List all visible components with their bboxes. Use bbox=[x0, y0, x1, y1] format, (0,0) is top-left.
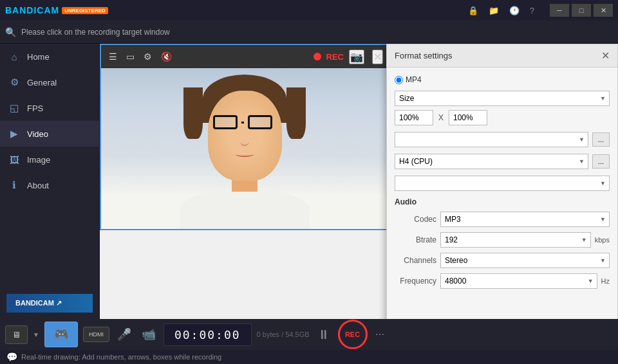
brand-logo: BANDICAM UNREGISTERED bbox=[5, 5, 108, 15]
bandicam-link-button[interactable]: BANDICAM ↗ bbox=[6, 294, 93, 313]
pause-button[interactable]: ⏸ bbox=[315, 325, 333, 345]
sidebar-label-home: Home bbox=[27, 52, 50, 62]
size-width-input[interactable] bbox=[395, 110, 433, 125]
video-toolbar: ☰ ▭ ⚙ 🔇 REC 📷 ✕ bbox=[101, 45, 388, 68]
gamepad-button[interactable]: 🎮 bbox=[44, 322, 78, 347]
glasses bbox=[213, 115, 272, 129]
codec2-ellipsis-button[interactable]: ... bbox=[592, 154, 610, 168]
glasses-bridge bbox=[241, 122, 244, 123]
close-button[interactable]: ✕ bbox=[594, 4, 613, 17]
audio-bitrate-row: Btrate 192 kbps bbox=[395, 232, 610, 248]
overlay-title: Format settings bbox=[395, 51, 453, 60]
sidebar-item-general[interactable]: ⚙ General bbox=[0, 69, 99, 95]
overlay-close-button[interactable]: ✕ bbox=[601, 50, 610, 62]
storage-info: 0 bytes / 54.5GB bbox=[257, 331, 310, 338]
unregistered-badge: UNREGISTERED bbox=[62, 7, 108, 14]
window-controls: ─ □ ✕ bbox=[550, 4, 613, 17]
audio-channels-row: Channels Stereo bbox=[395, 253, 610, 268]
window-mode-button[interactable]: ▭ bbox=[124, 49, 137, 64]
sidebar-bottom: BANDICAM ↗ bbox=[0, 287, 99, 319]
format-settings-overlay: Format settings ✕ MP4 bbox=[386, 44, 618, 319]
audio-bitrate-label: Btrate bbox=[395, 235, 436, 244]
nose bbox=[240, 137, 249, 146]
sidebar-item-video[interactable]: ▶ Video bbox=[0, 121, 99, 147]
audio-frequency-select-wrapper: 48000 bbox=[440, 273, 597, 289]
extra-codec-group bbox=[395, 176, 610, 191]
sidebar-item-home[interactable]: ⌂ Home bbox=[0, 44, 99, 69]
person-figure bbox=[180, 78, 309, 229]
microphone-button[interactable]: 🎤 bbox=[115, 325, 134, 344]
title-bar: BANDICAM UNREGISTERED 🔒 📁 🕐 ? ─ □ ✕ bbox=[0, 0, 618, 21]
size-group: Size X bbox=[395, 91, 610, 125]
bitrate-unit: kbps bbox=[595, 236, 610, 244]
size-select-wrapper: Size bbox=[395, 91, 610, 106]
mute-button[interactable]: 🔇 bbox=[158, 49, 174, 64]
sidebar-item-image[interactable]: 🖼 Image bbox=[0, 147, 99, 172]
audio-channels-select[interactable]: Stereo bbox=[440, 253, 610, 268]
audio-channels-select-wrapper: Stereo bbox=[440, 253, 610, 268]
sidebar-label-about: About bbox=[27, 181, 49, 190]
audio-frequency-select[interactable]: 48000 bbox=[440, 273, 597, 289]
brand-name: BANDICAM bbox=[5, 5, 59, 15]
mp4-radio[interactable] bbox=[395, 76, 403, 84]
mp4-radio-label[interactable]: MP4 bbox=[395, 75, 422, 84]
mp4-label: MP4 bbox=[406, 75, 422, 84]
bottom-bar: 🖥 ▼ 🎮 HDMI 🎤 📹 00:00:00 0 bytes / 54.5GB… bbox=[0, 319, 618, 364]
hdmi-button[interactable]: HDMI bbox=[83, 327, 109, 342]
extra-select[interactable] bbox=[395, 176, 610, 191]
codec2-select[interactable]: H4 (CPU) bbox=[395, 154, 588, 169]
sidebar-nav: ⌂ Home ⚙ General ◱ FPS ▶ Video 🖼 Imag bbox=[0, 44, 99, 287]
size-percent-row: X bbox=[395, 110, 610, 125]
app-window: BANDICAM UNREGISTERED 🔒 📁 🕐 ? ─ □ ✕ 🔍 Pl… bbox=[0, 0, 618, 364]
screen-icon: 🖥 bbox=[12, 330, 21, 340]
person-image bbox=[101, 68, 388, 229]
folder-icon: 📁 bbox=[489, 6, 499, 15]
extra-codec-row bbox=[395, 176, 610, 191]
overlay-title-bar: Format settings ✕ bbox=[387, 44, 617, 68]
audio-codec-label: Codec bbox=[395, 215, 436, 224]
rec-dot-indicator bbox=[314, 53, 321, 60]
audio-frequency-row: Frequency 48000 Hz bbox=[395, 273, 610, 289]
clock-icon: 🕐 bbox=[509, 6, 520, 15]
camera-button[interactable]: 📷 bbox=[349, 50, 364, 64]
screen-dropdown-arrow: ▼ bbox=[33, 331, 39, 338]
rec-label: REC bbox=[326, 52, 344, 62]
audio-section-title: Audio bbox=[395, 197, 610, 206]
video-icon: ▶ bbox=[8, 127, 21, 140]
rec-circle-button[interactable]: REC bbox=[338, 320, 368, 349]
status-icon: 💬 bbox=[6, 352, 17, 362]
audio-channels-label: Channels bbox=[395, 256, 436, 265]
maximize-button[interactable]: □ bbox=[572, 4, 591, 17]
menu-button[interactable]: ☰ bbox=[106, 49, 120, 64]
extra-select-wrapper bbox=[395, 176, 610, 191]
home-icon: ⌂ bbox=[8, 50, 21, 63]
size-height-input[interactable] bbox=[449, 110, 487, 125]
left-lens bbox=[213, 115, 238, 129]
webcam-button[interactable]: 📹 bbox=[139, 325, 158, 344]
sidebar-item-about[interactable]: ℹ About bbox=[0, 172, 99, 198]
sidebar-label-image: Image bbox=[27, 155, 50, 165]
hair-right bbox=[286, 87, 306, 139]
codec1-select-wrapper bbox=[395, 132, 588, 147]
main-area: ⌂ Home ⚙ General ◱ FPS ▶ Video 🖼 Imag bbox=[0, 44, 618, 319]
minimize-button[interactable]: ─ bbox=[550, 4, 569, 17]
sidebar-item-fps[interactable]: ◱ FPS bbox=[0, 95, 99, 121]
video-preview: ☰ ▭ ⚙ 🔇 REC 📷 ✕ bbox=[100, 44, 389, 230]
search-text: Please click on the recording target win… bbox=[21, 28, 170, 37]
codec1-ellipsis-button[interactable]: ... bbox=[592, 132, 610, 147]
size-select[interactable]: Size bbox=[395, 91, 610, 106]
screen-capture-button[interactable]: 🖥 bbox=[5, 325, 28, 344]
settings-vid-button[interactable]: ⚙ bbox=[141, 49, 154, 64]
close-video-button[interactable]: ✕ bbox=[372, 50, 383, 64]
extra-button[interactable]: ⋯ bbox=[373, 327, 387, 342]
audio-codec-select-wrapper: MP3 bbox=[440, 212, 610, 227]
frequency-unit: Hz bbox=[601, 277, 610, 285]
status-text: Real-time drawing: Add numbers, arrows, … bbox=[21, 353, 221, 361]
about-icon: ℹ bbox=[8, 179, 21, 192]
time-display: 00:00:00 bbox=[164, 323, 252, 346]
hair-left bbox=[183, 87, 203, 139]
audio-bitrate-select[interactable]: 192 bbox=[440, 232, 591, 248]
audio-codec-select[interactable]: MP3 bbox=[440, 212, 610, 227]
codec1-select[interactable] bbox=[395, 132, 588, 147]
sidebar-label-fps: FPS bbox=[27, 104, 43, 113]
